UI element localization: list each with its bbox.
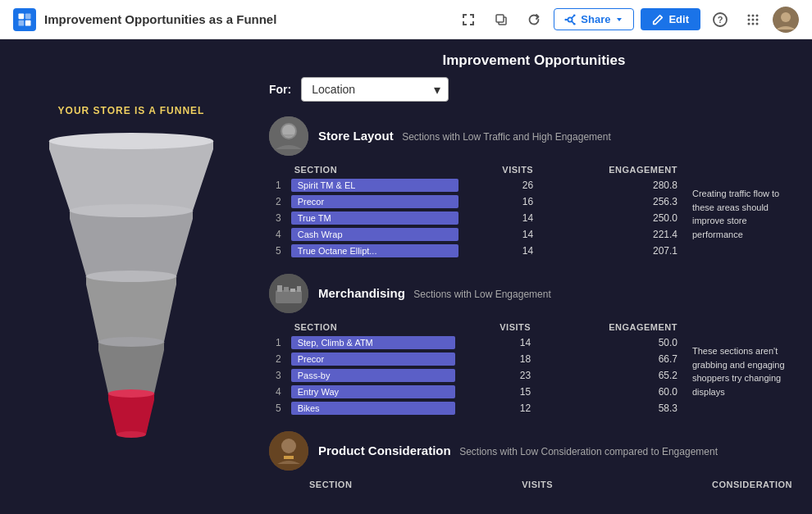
help-button[interactable]: ?	[707, 7, 733, 33]
store-layout-avatar	[269, 116, 308, 156]
product-consideration-title-group: Product Consideration Sections with Low …	[318, 443, 718, 458]
rank-cell: 4	[269, 226, 288, 243]
store-layout-subtitle: Sections with Low Traffic and High Engag…	[402, 131, 611, 143]
svg-point-21	[748, 22, 750, 25]
location-select-wrapper[interactable]: Location Department Employee	[301, 77, 449, 102]
merchandising-section: Merchandising Sections with Low Engageme…	[269, 274, 799, 416]
svg-point-16	[752, 14, 755, 16]
merchandising-table-wrapper: SECTION VISITS ENGAGEMENT 1 Step, Climb …	[269, 320, 684, 416]
merchandising-grid: SECTION VISITS ENGAGEMENT 1 Step, Climb …	[269, 320, 799, 416]
edit-button[interactable]: Edit	[641, 8, 700, 30]
svg-point-27	[70, 204, 193, 217]
section-header-m: SECTION	[288, 320, 458, 334]
merchandising-title: Merchandising	[318, 286, 405, 300]
refresh-button[interactable]	[521, 7, 547, 33]
table-row: 1 Spirit TM & EL 26 280.8	[269, 177, 684, 193]
visits-cell: 14	[462, 226, 540, 243]
panel-title: Improvement Opportunities	[269, 52, 799, 69]
share-label: Share	[581, 13, 610, 25]
visits-cell: 14	[458, 334, 537, 351]
grid-menu-button[interactable]	[740, 7, 766, 33]
share-button[interactable]: Share	[554, 8, 634, 30]
right-panel: Improvement Opportunities For: Location …	[262, 39, 812, 514]
svg-point-12	[565, 18, 568, 20]
merchandising-table: SECTION VISITS ENGAGEMENT 1 Step, Climb …	[269, 320, 684, 416]
rank-cell: 1	[269, 334, 288, 351]
svg-point-6	[568, 17, 573, 21]
section-cell: Pass-by	[288, 367, 458, 384]
visits-header-sl: VISITS	[462, 162, 540, 177]
product-consideration-table: SECTION VISITS CONSIDERATION	[269, 477, 799, 492]
svg-point-8	[573, 14, 576, 16]
for-label: For:	[269, 83, 291, 96]
page-title: Improvement Opportunities as a Funnel	[44, 12, 276, 26]
svg-text:?: ?	[718, 15, 723, 25]
fullscreen-button[interactable]	[455, 7, 481, 33]
table-row: 5 True Octane Ellipt... 14 207.1	[269, 243, 684, 259]
svg-point-22	[752, 22, 755, 25]
edit-label: Edit	[668, 13, 689, 25]
table-row: 1 Step, Climb & ATM 14 50.0	[269, 334, 684, 351]
section-cell: Precor	[288, 351, 458, 367]
product-consideration-table-wrapper: SECTION VISITS CONSIDERATION	[269, 477, 799, 492]
svg-point-30	[108, 389, 154, 398]
visits-cell: 26	[462, 177, 540, 193]
engagement-cell: 58.3	[537, 400, 684, 416]
product-consideration-section: Product Consideration Sections with Low …	[269, 431, 799, 492]
svg-point-18	[748, 18, 750, 20]
copy-button[interactable]	[488, 7, 514, 33]
location-select[interactable]: Location Department Employee	[301, 77, 449, 102]
section-header-sl: SECTION	[288, 162, 463, 177]
section-cell: Cash Wrap	[288, 226, 463, 243]
svg-point-25	[781, 12, 791, 22]
for-row: For: Location Department Employee	[269, 77, 799, 102]
user-avatar[interactable]	[773, 7, 799, 33]
table-row: 3 True TM 14 250.0	[269, 210, 684, 226]
svg-rect-39	[290, 289, 295, 292]
consideration-header-pc: CONSIDERATION	[559, 477, 799, 492]
rank-cell: 2	[269, 351, 288, 367]
product-consideration-subtitle: Sections with Low Consideration compared…	[459, 446, 718, 457]
section-cell: Bikes	[288, 400, 458, 416]
rank-cell: 1	[269, 177, 288, 193]
product-consideration-title: Product Consideration	[318, 443, 451, 457]
section-header-pc: SECTION	[303, 477, 446, 492]
store-layout-table: SECTION VISITS ENGAGEMENT 1 Spirit TM & …	[269, 162, 684, 259]
table-row: 3 Pass-by 23 65.2	[269, 367, 684, 384]
rank-header-pc	[269, 477, 303, 492]
store-layout-header: Store Layout Sections with Low Traffic a…	[269, 116, 799, 156]
svg-point-19	[752, 18, 755, 20]
table-row: 5 Bikes 12 58.3	[269, 400, 684, 416]
svg-point-17	[756, 14, 759, 16]
engagement-cell: 250.0	[540, 210, 684, 226]
svg-rect-0	[19, 13, 25, 19]
store-layout-grid: SECTION VISITS ENGAGEMENT 1 Spirit TM & …	[269, 162, 799, 259]
svg-rect-38	[284, 287, 289, 292]
product-consideration-avatar	[269, 431, 308, 471]
store-layout-title: Store Layout	[318, 129, 394, 143]
svg-point-42	[281, 439, 296, 453]
engagement-cell: 207.1	[540, 243, 684, 259]
rank-cell: 5	[269, 243, 288, 259]
svg-point-31	[116, 431, 146, 438]
svg-point-20	[756, 18, 759, 20]
visits-cell: 18	[458, 351, 537, 367]
engagement-header-sl: ENGAGEMENT	[540, 162, 684, 177]
rank-cell: 5	[269, 400, 288, 416]
svg-point-26	[49, 133, 213, 149]
svg-rect-3	[25, 20, 31, 25]
table-row: 2 Precor 16 256.3	[269, 193, 684, 210]
engagement-cell: 280.8	[540, 177, 684, 193]
funnel-label: YOUR STORE IS A FUNNEL	[58, 105, 205, 116]
table-row: 4 Cash Wrap 14 221.4	[269, 226, 684, 243]
svg-rect-37	[277, 285, 282, 292]
table-row: 4 Entry Way 15 60.0	[269, 384, 684, 400]
main-content: YOUR STORE IS A FUNNEL	[0, 39, 812, 514]
visits-cell: 14	[462, 210, 540, 226]
visits-cell: 23	[458, 367, 537, 384]
store-layout-title-group: Store Layout Sections with Low Traffic a…	[318, 129, 611, 143]
visits-cell: 14	[462, 243, 540, 259]
topbar-left: Improvement Opportunities as a Funnel	[13, 8, 276, 31]
rank-cell: 3	[269, 367, 288, 384]
svg-rect-43	[284, 456, 294, 459]
